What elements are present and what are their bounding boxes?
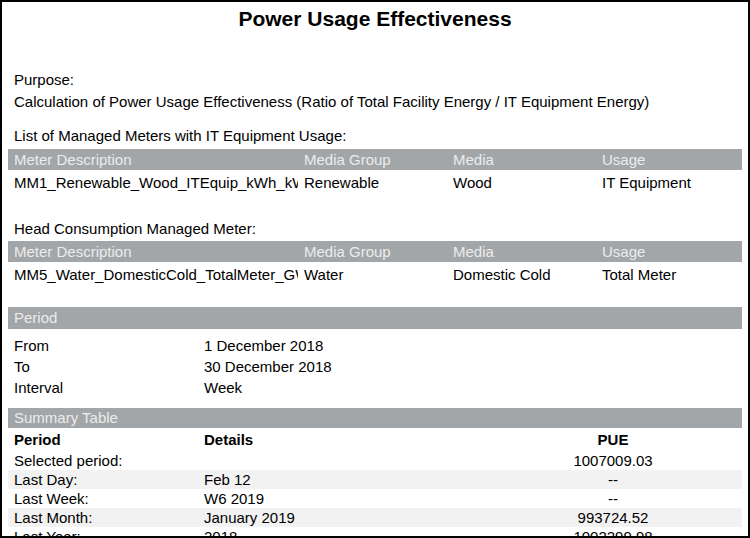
- summary-pue-cell: 1002299.98: [484, 527, 742, 538]
- summary-period-cell: Selected period:: [8, 451, 198, 470]
- head-meter-table-header-row: Meter Description Media Group Media Usag…: [8, 241, 742, 262]
- summary-column-details: Details: [198, 428, 484, 451]
- period-from-label: From: [14, 335, 204, 356]
- column-header-meter-description: Meter Description: [8, 149, 298, 170]
- summary-details-cell: [198, 451, 484, 470]
- summary-section-header: Summary Table: [8, 408, 742, 428]
- page-title: Power Usage Effectiveness: [8, 6, 742, 32]
- column-header-media: Media: [447, 241, 596, 262]
- summary-pue-cell: --: [484, 489, 742, 508]
- summary-column-period: Period: [8, 428, 198, 451]
- summary-pue-cell: 993724.52: [484, 508, 742, 527]
- purpose-text: Calculation of Power Usage Effectiveness…: [8, 92, 742, 112]
- column-header-media-group: Media Group: [298, 241, 447, 262]
- column-header-usage: Usage: [596, 149, 742, 170]
- media-group-cell: Renewable: [298, 170, 447, 195]
- table-row: MM5_Water_DomesticCold_TotalMeter_GWh_G …: [8, 262, 742, 287]
- summary-pue-cell: 1007009.03: [484, 451, 742, 470]
- summary-period-cell: Last Month:: [8, 508, 198, 527]
- table-row: MM1_Renewable_Wood_ITEquip_kWh_kWh Renew…: [8, 170, 742, 195]
- media-cell: Wood: [447, 170, 596, 195]
- period-interval-label: Interval: [14, 377, 204, 398]
- table-row: Last Week: W6 2019 --: [8, 489, 742, 508]
- usage-cell: IT Equipment: [596, 170, 742, 195]
- table-row: Last Year: 2018 1002299.98: [8, 527, 742, 538]
- column-header-media: Media: [447, 149, 596, 170]
- summary-details-cell: Feb 12: [198, 470, 484, 489]
- period-from-value: 1 December 2018: [204, 337, 323, 354]
- table-row: Last Month: January 2019 993724.52: [8, 508, 742, 527]
- meters-table: Meter Description Media Group Media Usag…: [8, 149, 742, 195]
- column-header-meter-description: Meter Description: [8, 241, 298, 262]
- column-header-usage: Usage: [596, 241, 742, 262]
- period-row-interval: IntervalWeek: [8, 377, 742, 398]
- media-group-cell: Water: [298, 262, 447, 287]
- summary-details-cell: January 2019: [198, 508, 484, 527]
- report-page: Power Usage Effectiveness Purpose: Calcu…: [0, 0, 750, 538]
- summary-details-cell: 2018: [198, 527, 484, 538]
- purpose-label: Purpose:: [8, 70, 742, 90]
- meter-description-cell: MM1_Renewable_Wood_ITEquip_kWh_kWh: [8, 170, 298, 195]
- summary-header-row: Period Details PUE: [8, 428, 742, 451]
- period-section-header: Period: [8, 307, 742, 329]
- meter-description-cell: MM5_Water_DomesticCold_TotalMeter_GWh_G: [8, 262, 298, 287]
- period-row-from: From1 December 2018: [8, 335, 742, 356]
- head-meter-table: Meter Description Media Group Media Usag…: [8, 241, 742, 287]
- head-meter-table-caption: Head Consumption Managed Meter:: [8, 220, 742, 238]
- period-rows: From1 December 2018 To30 December 2018 I…: [8, 335, 742, 398]
- summary-table: Period Details PUE Selected period: 1007…: [8, 428, 742, 538]
- usage-cell: Total Meter: [596, 262, 742, 287]
- summary-column-pue: PUE: [484, 428, 742, 451]
- period-row-to: To30 December 2018: [8, 356, 742, 377]
- period-interval-value: Week: [204, 379, 242, 396]
- summary-period-cell: Last Year:: [8, 527, 198, 538]
- media-cell: Domestic Cold: [447, 262, 596, 287]
- meters-table-header-row: Meter Description Media Group Media Usag…: [8, 149, 742, 170]
- meters-table-caption: List of Managed Meters with IT Equipment…: [8, 126, 742, 146]
- summary-period-cell: Last Day:: [8, 470, 198, 489]
- column-header-media-group: Media Group: [298, 149, 447, 170]
- period-to-label: To: [14, 356, 204, 377]
- summary-pue-cell: --: [484, 470, 742, 489]
- summary-period-cell: Last Week:: [8, 489, 198, 508]
- table-row: Last Day: Feb 12 --: [8, 470, 742, 489]
- table-row: Selected period: 1007009.03: [8, 451, 742, 470]
- summary-details-cell: W6 2019: [198, 489, 484, 508]
- period-to-value: 30 December 2018: [204, 358, 332, 375]
